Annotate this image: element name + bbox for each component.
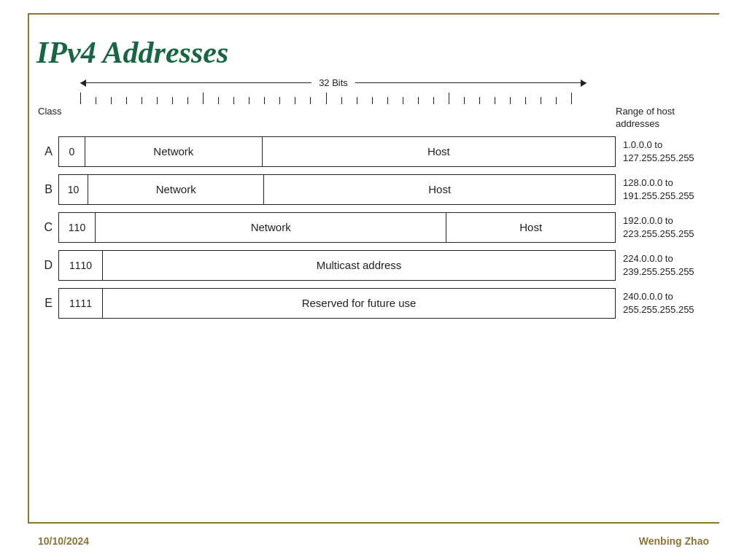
range-text: 224.0.0.0 to239.255.255.255 — [616, 252, 718, 279]
tick-mark — [341, 97, 357, 104]
range-text: 240.0.0.0 to255.255.255.255 — [616, 290, 718, 316]
class-diagram: 1110Multicast address — [58, 250, 616, 281]
arrow-left — [80, 82, 311, 84]
class-letter: B — [36, 183, 58, 196]
tick-mark — [249, 97, 264, 104]
class-diagram: 1111Reserved for future use — [58, 288, 616, 319]
range-text: 1.0.0.0 to127.255.255.255 — [616, 139, 718, 165]
tick-mark — [172, 97, 187, 104]
tick-mark — [372, 97, 387, 104]
cell-network-c: Network — [96, 213, 446, 242]
tick-mark — [264, 97, 279, 104]
tick-mark — [357, 97, 372, 104]
tick-mark — [541, 97, 556, 104]
tick-mark — [387, 97, 403, 104]
range-text: 192.0.0.0 to223.255.255.255 — [616, 214, 718, 241]
tick-mark — [111, 97, 126, 104]
cell-prefix: 1111 — [59, 289, 103, 318]
page-title: IPv4 Addresses — [36, 35, 718, 70]
class-diagram: 110NetworkHost — [58, 212, 616, 243]
class-diagram: 10NetworkHost — [58, 174, 616, 205]
tick-mark — [418, 97, 433, 104]
cell-prefix: 110 — [59, 213, 96, 242]
tick-mark — [433, 97, 449, 104]
class-row: A0NetworkHost1.0.0.0 to127.255.255.255 — [36, 136, 718, 167]
diagram-area: 32 Bits Class Range of hostaddresses A0N… — [36, 77, 718, 319]
tick-mark — [203, 93, 218, 104]
tick-mark — [326, 93, 341, 104]
tick-mark — [96, 97, 111, 104]
cell-prefix: 1110 — [59, 251, 103, 280]
cell-host: Host — [264, 175, 615, 204]
cell-host: Host — [263, 137, 615, 166]
class-header: Class — [36, 106, 88, 131]
class-rows: A0NetworkHost1.0.0.0 to127.255.255.255B1… — [36, 136, 718, 319]
class-diagram: 0NetworkHost — [58, 136, 616, 167]
arrow-line: 32 Bits — [80, 77, 587, 88]
cell-network: Network — [85, 137, 263, 166]
tick-mark — [157, 97, 172, 104]
cell-network: Network — [88, 175, 264, 204]
bits-arrow-row: 32 Bits — [80, 77, 587, 88]
class-row: B10NetworkHost128.0.0.0 to191.255.255.25… — [36, 174, 718, 205]
tick-mark — [295, 97, 310, 104]
cell-prefix: 0 — [59, 137, 85, 166]
tick-mark — [525, 97, 541, 104]
cell-full: Multicast address — [103, 251, 615, 280]
arrow-right — [355, 82, 587, 84]
class-letter: C — [36, 221, 58, 234]
tick-mark — [187, 97, 203, 104]
tick-mark — [495, 97, 510, 104]
class-row: D1110Multicast address224.0.0.0 to239.25… — [36, 250, 718, 281]
bits-label: 32 Bits — [311, 77, 355, 88]
tick-mark — [218, 97, 233, 104]
tick-mark — [510, 97, 525, 104]
tick-mark — [479, 97, 495, 104]
range-text: 128.0.0.0 to191.255.255.255 — [616, 176, 718, 203]
class-header-row: Class Range of hostaddresses — [36, 106, 718, 131]
class-letter: A — [36, 145, 58, 158]
tick-mark — [310, 97, 325, 104]
footer-date: 10/10/2024 — [38, 535, 89, 547]
cell-host-c: Host — [446, 213, 615, 242]
border-top — [28, 13, 719, 15]
tick-mark — [279, 97, 295, 104]
class-row: E1111Reserved for future use240.0.0.0 to… — [36, 288, 718, 319]
tick-mark — [233, 97, 249, 104]
tick-mark — [556, 97, 571, 104]
tick-mark — [464, 97, 479, 104]
class-letter: E — [36, 297, 58, 310]
range-header: Range of hostaddresses — [616, 106, 718, 131]
tick-mark — [571, 93, 587, 104]
border-left — [28, 13, 29, 524]
class-row: C110NetworkHost192.0.0.0 to223.255.255.2… — [36, 212, 718, 243]
cell-full: Reserved for future use — [103, 289, 615, 318]
tick-mark — [142, 97, 157, 104]
tick-marks — [80, 91, 587, 104]
tick-mark — [80, 93, 96, 104]
tick-mark — [126, 97, 142, 104]
cell-prefix: 10 — [59, 175, 88, 204]
page: IPv4 Addresses 32 Bits Class Range of ho… — [0, 0, 747, 560]
border-bottom — [28, 522, 719, 524]
tick-mark — [403, 97, 418, 104]
tick-mark — [449, 93, 464, 104]
footer: 10/10/2024 Wenbing Zhao — [38, 535, 709, 547]
class-letter: D — [36, 259, 58, 272]
footer-author: Wenbing Zhao — [639, 535, 709, 547]
